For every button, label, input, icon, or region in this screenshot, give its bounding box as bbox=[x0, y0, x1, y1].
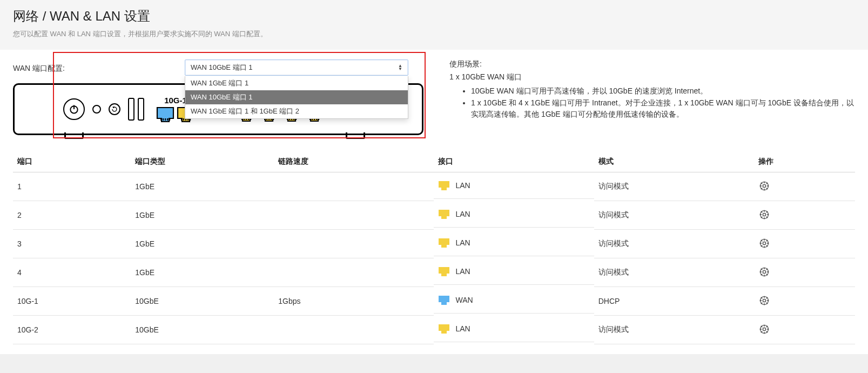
cell-iface: LAN bbox=[434, 316, 594, 342]
th-iface: 接口 bbox=[434, 151, 594, 172]
cell-port: 2 bbox=[13, 201, 131, 230]
usage-title: 1 x 10GbE WAN 端口 bbox=[449, 72, 855, 82]
cell-mode: 访问模式 bbox=[594, 258, 754, 287]
caret-icon: ▲▼ bbox=[398, 64, 402, 71]
port-icon bbox=[438, 237, 450, 248]
cell-iface: LAN bbox=[434, 172, 594, 199]
svg-point-32 bbox=[763, 184, 765, 187]
wan-config-option-0[interactable]: WAN 1GbE 端口 1 bbox=[185, 76, 408, 90]
power-icon bbox=[63, 98, 85, 120]
port-table: 端口 端口类型 链路速度 接口 模式 操作 1 1GbE LAN 访问模式 2 bbox=[13, 151, 855, 344]
cell-type: 1GbE bbox=[131, 258, 274, 287]
page-title: 网络 / WAN & LAN 设置 bbox=[13, 8, 855, 25]
cell-port: 10G-2 bbox=[13, 316, 131, 344]
iface-text: LAN bbox=[455, 181, 470, 190]
cell-mode: 访问模式 bbox=[594, 316, 754, 344]
port-10g1-icon bbox=[156, 105, 174, 123]
cell-action bbox=[754, 258, 855, 287]
settings-button[interactable] bbox=[758, 266, 770, 278]
th-speed: 链路速度 bbox=[274, 151, 434, 172]
cell-speed bbox=[274, 230, 434, 258]
svg-rect-2 bbox=[160, 118, 162, 121]
table-row: 10G-2 10GbE LAN 访问模式 bbox=[13, 316, 855, 344]
usage-list: 10GbE WAN 端口可用于高速传输，并以 10GbE 的速度浏览 Inter… bbox=[471, 85, 855, 121]
cell-type: 1GbE bbox=[131, 201, 274, 230]
svg-rect-8 bbox=[183, 118, 184, 121]
iface-text: WAN bbox=[455, 296, 473, 304]
led-icon bbox=[92, 105, 101, 114]
svg-point-34 bbox=[763, 213, 765, 216]
table-row: 10G-1 10GbE 1Gbps WAN DHCP bbox=[13, 287, 855, 316]
port-icon bbox=[438, 266, 450, 277]
port-icon bbox=[438, 209, 450, 219]
th-action: 操作 bbox=[754, 151, 855, 172]
cell-action bbox=[754, 287, 855, 316]
port-icon bbox=[438, 323, 450, 334]
port-icon bbox=[438, 295, 450, 305]
cell-mode: 访问模式 bbox=[594, 230, 754, 258]
cell-action bbox=[754, 201, 855, 230]
th-type: 端口类型 bbox=[131, 151, 274, 172]
reset-icon bbox=[109, 103, 120, 115]
cell-action bbox=[754, 172, 855, 201]
page-subtitle: 您可以配置 WAN 和 LAN 端口设置，并根据用户要求实施不同的 WAN 端口… bbox=[13, 29, 855, 39]
table-row: 3 1GbE LAN 访问模式 bbox=[13, 230, 855, 258]
iface-text: LAN bbox=[455, 210, 470, 218]
table-row: 2 1GbE LAN 访问模式 bbox=[13, 201, 855, 230]
svg-rect-4 bbox=[165, 118, 166, 121]
cell-iface: WAN bbox=[434, 287, 594, 314]
wan-config-option-2[interactable]: WAN 1GbE 端口 1 和 1GbE 端口 2 bbox=[185, 104, 408, 118]
cell-type: 1GbE bbox=[131, 172, 274, 201]
usage-bullet-0: 10GbE WAN 端口可用于高速传输，并以 10GbE 的速度浏览 Inter… bbox=[471, 85, 855, 97]
settings-button[interactable] bbox=[758, 180, 770, 192]
port-icon bbox=[438, 180, 450, 191]
svg-rect-3 bbox=[163, 118, 164, 121]
settings-button[interactable] bbox=[758, 295, 770, 307]
svg-point-36 bbox=[763, 242, 765, 244]
cell-action bbox=[754, 230, 855, 258]
cell-speed bbox=[274, 172, 434, 201]
page-header: 网络 / WAN & LAN 设置 您可以配置 WAN 和 LAN 端口设置，并… bbox=[0, 0, 868, 50]
settings-button[interactable] bbox=[758, 209, 770, 221]
svg-point-40 bbox=[763, 299, 765, 302]
cell-iface: LAN bbox=[434, 230, 594, 256]
iface-text: LAN bbox=[455, 324, 470, 333]
usage-bullet-1: 1 x 10GbE 和 4 x 1GbE 端口可用于 Intranet。对于企业… bbox=[471, 97, 855, 121]
settings-button[interactable] bbox=[758, 237, 770, 249]
device-foot-left bbox=[64, 132, 84, 139]
svg-rect-6 bbox=[169, 118, 170, 121]
cell-port: 10G-1 bbox=[13, 287, 131, 316]
table-row: 1 1GbE LAN 访问模式 bbox=[13, 172, 855, 201]
cell-action bbox=[754, 316, 855, 344]
svg-point-42 bbox=[763, 328, 765, 330]
cell-speed bbox=[274, 316, 434, 344]
wan-config-dropdown: WAN 1GbE 端口 1 WAN 10GbE 端口 1 WAN 1GbE 端口… bbox=[185, 76, 408, 119]
cell-port: 1 bbox=[13, 172, 131, 201]
wan-config-label: WAN 端口配置: bbox=[13, 62, 185, 74]
iface-text: LAN bbox=[455, 238, 470, 247]
cell-type: 10GbE bbox=[131, 287, 274, 316]
cell-speed bbox=[274, 258, 434, 287]
cell-type: 10GbE bbox=[131, 316, 274, 344]
usb-slots-icon bbox=[128, 98, 144, 121]
svg-point-38 bbox=[763, 270, 765, 273]
th-mode: 模式 bbox=[594, 151, 754, 172]
cell-speed bbox=[274, 201, 434, 230]
wan-config-option-1[interactable]: WAN 10GbE 端口 1 bbox=[185, 90, 408, 104]
th-port: 端口 bbox=[13, 151, 131, 172]
svg-rect-7 bbox=[181, 118, 182, 121]
port-10g1-label: 10G-1 bbox=[164, 96, 187, 104]
cell-iface: LAN bbox=[434, 201, 594, 228]
cell-type: 1GbE bbox=[131, 230, 274, 258]
iface-text: LAN bbox=[455, 267, 470, 276]
cell-mode: 访问模式 bbox=[594, 201, 754, 230]
cell-port: 3 bbox=[13, 230, 131, 258]
cell-mode: 访问模式 bbox=[594, 172, 754, 201]
wan-config-select[interactable]: WAN 10GbE 端口 1 ▲▼ bbox=[185, 59, 408, 76]
cell-speed: 1Gbps bbox=[274, 287, 434, 316]
wan-config-selected: WAN 10GbE 端口 1 bbox=[191, 63, 252, 72]
settings-button[interactable] bbox=[758, 323, 770, 335]
svg-rect-5 bbox=[167, 118, 168, 121]
device-foot-right bbox=[346, 132, 365, 139]
table-row: 4 1GbE LAN 访问模式 bbox=[13, 258, 855, 287]
